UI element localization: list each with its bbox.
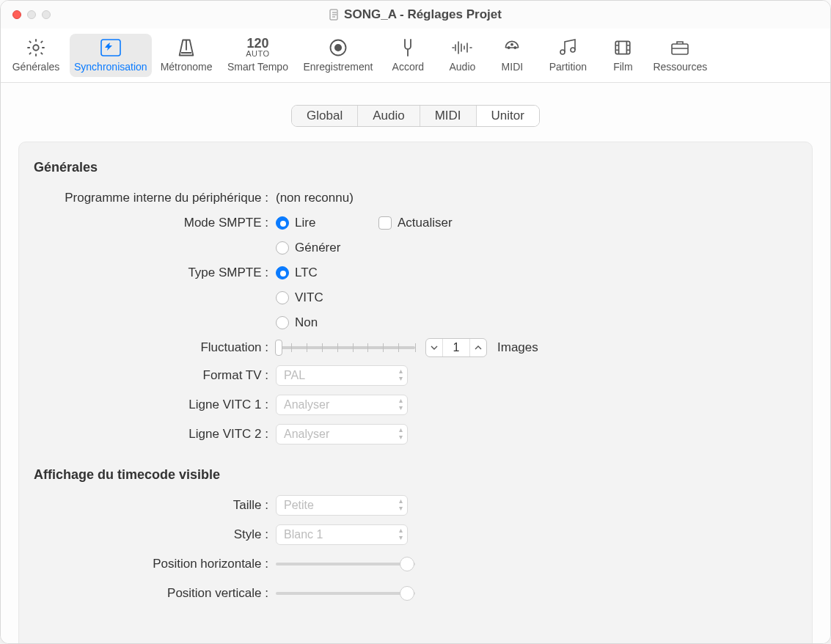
- toolbar-label: Smart Tempo: [227, 61, 288, 73]
- vitc1-label: Ligne VITC 1 :: [34, 398, 276, 412]
- vitc1-select[interactable]: Analyser ▴▾: [276, 395, 408, 415]
- sub-tab-global[interactable]: Global: [292, 106, 358, 126]
- vpos-slider[interactable]: [276, 585, 415, 601]
- toolbar-label: Audio: [449, 61, 475, 73]
- radio-icon: [276, 291, 289, 304]
- radio-label: Lire: [295, 216, 315, 230]
- sync-icon: [100, 37, 122, 59]
- select-arrows-icon: ▴▾: [399, 367, 403, 382]
- score-icon: [557, 37, 579, 59]
- svg-point-4: [335, 45, 341, 51]
- select-arrows-icon: ▴▾: [399, 527, 403, 541]
- stepper-up-icon[interactable]: [470, 339, 486, 356]
- tempo-icon: 120 AUTO: [246, 37, 269, 59]
- smpte-type-none-radio[interactable]: Non: [276, 315, 349, 330]
- toolbar-tab-general[interactable]: Générales: [7, 34, 65, 77]
- svg-point-9: [571, 48, 575, 52]
- settings-panel: Générales Programme interne du périphéri…: [18, 142, 813, 643]
- svg-rect-11: [672, 44, 688, 54]
- midi-icon: [502, 37, 521, 59]
- toolbar-tab-metronome[interactable]: Métronome: [156, 34, 217, 77]
- program-label: Programme interne du périphérique :: [34, 191, 276, 205]
- tuning-fork-icon: [400, 37, 416, 59]
- toolbar-tab-recording[interactable]: Enregistrement: [299, 34, 377, 77]
- style-label: Style :: [34, 527, 276, 542]
- stepper-down-icon[interactable]: [426, 339, 442, 356]
- title-bar: SONG_A - Réglages Projet: [1, 1, 830, 29]
- select-value: PAL: [284, 369, 305, 382]
- smpte-type-ltc-radio[interactable]: LTC: [276, 266, 349, 280]
- record-icon: [328, 37, 348, 59]
- toolbar-tab-tuning[interactable]: Accord: [381, 34, 434, 77]
- svg-point-8: [560, 50, 565, 54]
- close-button[interactable]: [12, 10, 21, 19]
- toolbar-tab-audio[interactable]: Audio: [439, 34, 486, 77]
- freewheel-slider[interactable]: [276, 340, 415, 356]
- size-select[interactable]: Petite ▴▾: [276, 495, 408, 516]
- checkbox-icon: [378, 216, 392, 230]
- select-value: Analyser: [284, 428, 329, 441]
- smpte-mode-generate-radio[interactable]: Générer: [276, 241, 349, 255]
- smpte-mode-read-radio[interactable]: Lire: [276, 216, 349, 230]
- toolbar-tab-smart-tempo[interactable]: 120 AUTO Smart Tempo: [221, 34, 294, 77]
- window-title: SONG_A - Réglages Projet: [329, 7, 502, 22]
- freewheel-value: 1: [442, 339, 470, 356]
- window-controls: [12, 10, 51, 19]
- checkbox-label: Actualiser: [398, 216, 453, 230]
- toolbar-label: Générales: [12, 61, 60, 73]
- hpos-slider[interactable]: [276, 556, 415, 572]
- style-select[interactable]: Blanc 1 ▴▾: [276, 524, 408, 545]
- sub-tab-unitor[interactable]: Unitor: [477, 106, 539, 126]
- svg-point-1: [33, 45, 38, 50]
- select-value: Petite: [284, 499, 314, 512]
- smpte-mode-label: Mode SMPTE :: [34, 216, 276, 230]
- sub-tabs: Global Audio MIDI Unitor: [291, 105, 540, 127]
- toolbar: Générales Synchronisation Métronome: [1, 29, 830, 83]
- tv-format-select[interactable]: PAL ▴▾: [276, 365, 408, 386]
- toolbar-label: Métronome: [161, 61, 213, 73]
- select-value: Blanc 1: [284, 528, 323, 541]
- svg-rect-10: [616, 41, 631, 54]
- vitc2-label: Ligne VITC 2 :: [34, 427, 276, 442]
- toolbar-label: Ressources: [653, 61, 707, 73]
- toolbar-tab-film[interactable]: Film: [601, 34, 644, 77]
- toolbar-tab-synchronization[interactable]: Synchronisation: [70, 34, 152, 77]
- vpos-label: Position verticale :: [34, 586, 276, 601]
- sub-tab-midi[interactable]: MIDI: [420, 106, 477, 126]
- toolbar-label: MIDI: [502, 61, 524, 73]
- toolbar-label: Partition: [549, 61, 587, 73]
- select-arrows-icon: ▴▾: [399, 497, 403, 512]
- waveform-icon: [451, 37, 473, 59]
- tv-format-label: Format TV :: [34, 368, 276, 383]
- freewheel-label: Fluctuation :: [34, 340, 276, 355]
- toolbar-tab-midi[interactable]: MIDI: [490, 34, 534, 77]
- window-title-text: SONG_A - Réglages Projet: [344, 7, 502, 22]
- svg-rect-2: [101, 40, 120, 56]
- toolbar-label: Accord: [392, 61, 425, 73]
- smpte-mode-refresh-checkbox[interactable]: Actualiser: [378, 216, 453, 230]
- toolbar-tab-score[interactable]: Partition: [538, 34, 597, 77]
- select-value: Analyser: [284, 398, 329, 411]
- vitc2-select[interactable]: Analyser ▴▾: [276, 424, 408, 444]
- sub-tab-audio[interactable]: Audio: [358, 106, 420, 126]
- select-arrows-icon: ▴▾: [399, 397, 403, 411]
- radio-icon: [276, 241, 289, 255]
- freewheel-stepper[interactable]: 1: [425, 338, 487, 357]
- radio-label: VITC: [295, 290, 323, 305]
- smpte-type-label: Type SMPTE :: [34, 266, 276, 280]
- project-settings-window: SONG_A - Réglages Projet Générales Synch…: [0, 0, 831, 644]
- toolbar-label: Enregistrement: [303, 61, 373, 73]
- program-value: (non reconnu): [276, 191, 354, 205]
- content-area: Global Audio MIDI Unitor Générales Progr…: [1, 83, 830, 643]
- radio-label: Non: [295, 315, 318, 330]
- briefcase-icon: [670, 37, 690, 59]
- film-icon: [613, 37, 632, 59]
- section-heading-visible-tc: Affichage du timecode visible: [34, 467, 797, 483]
- maximize-button[interactable]: [42, 10, 51, 19]
- metronome-icon: [176, 37, 197, 59]
- toolbar-tab-assets[interactable]: Ressources: [648, 34, 711, 77]
- minimize-button[interactable]: [27, 10, 36, 19]
- freewheel-unit: Images: [497, 340, 538, 355]
- radio-icon: [276, 216, 289, 230]
- smpte-type-vitc-radio[interactable]: VITC: [276, 290, 349, 305]
